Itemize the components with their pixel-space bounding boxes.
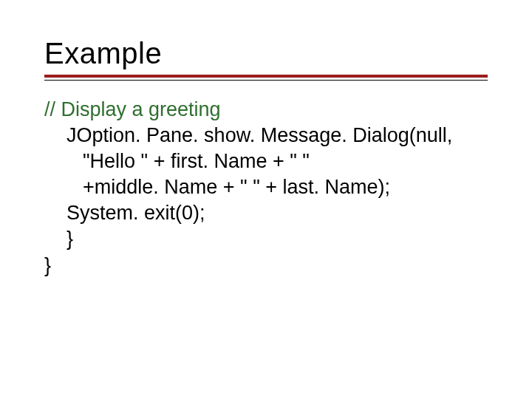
code-line: "Hello " + first. Name + " " (44, 149, 488, 174)
code-line: JOption. Pane. show. Message. Dialog(nul… (44, 123, 488, 149)
code-comment: // Display a greeting (44, 97, 488, 123)
code-line: System. exit(0); (44, 200, 488, 226)
slide-title: Example (44, 37, 488, 70)
rule-thin (44, 80, 488, 81)
title-rule (44, 75, 488, 81)
code-line: } (44, 253, 488, 279)
code-block: // Display a greeting JOption. Pane. sho… (44, 97, 488, 279)
code-line: +middle. Name + " " + last. Name); (44, 174, 488, 200)
code-line: } (44, 226, 488, 252)
rule-thick (44, 75, 488, 78)
slide: Example // Display a greeting JOption. P… (0, 0, 532, 399)
